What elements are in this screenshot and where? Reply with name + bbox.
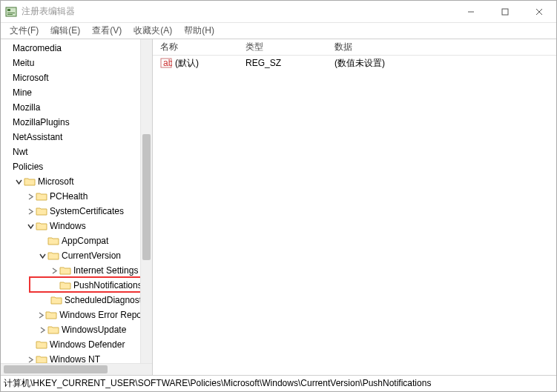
chevron-down-icon[interactable]: [14, 179, 23, 185]
value-name-cell: ab (默认): [153, 57, 238, 70]
menu-view[interactable]: 查看(V): [86, 23, 128, 39]
tree-item[interactable]: AppCompat: [1, 233, 152, 248]
tree-item[interactable]: Meitu: [1, 56, 152, 70]
tree-item-label: Nwt: [13, 147, 28, 157]
chevron-right-icon[interactable]: [50, 268, 59, 274]
registry-tree[interactable]: MacromediaMeituMicrosoftMineMozillaMozil…: [1, 39, 152, 363]
regedit-icon: [5, 6, 17, 18]
list-row[interactable]: ab (默认) REG_SZ (数值未设置): [153, 56, 556, 70]
string-value-icon: ab: [160, 57, 172, 69]
folder-icon: [59, 280, 71, 290]
tree-horizontal-scrollbar[interactable]: [1, 363, 152, 375]
tree-item-label: SystemCertificates: [50, 206, 124, 216]
svg-rect-5: [502, 9, 508, 15]
close-button[interactable]: [522, 1, 556, 22]
chevron-right-icon[interactable]: [38, 327, 47, 333]
folder-icon: [36, 221, 47, 231]
tree-item[interactable]: Macromedia: [1, 41, 152, 56]
tree-item[interactable]: Mine: [1, 85, 152, 100]
chevron-down-icon[interactable]: [26, 223, 35, 230]
tree-item[interactable]: PushNotifications: [1, 278, 152, 293]
chevron-right-icon[interactable]: [26, 208, 35, 215]
svg-rect-2: [7, 13, 15, 13]
tree-item-label: Meitu: [13, 58, 34, 68]
tree-item-label: Mozilla: [13, 102, 40, 113]
tree-item-label: WindowsUpdate: [62, 325, 126, 335]
folder-icon: [59, 265, 71, 276]
content-area: MacromediaMeituMicrosoftMineMozillaMozil…: [1, 39, 556, 375]
folder-icon: [36, 191, 47, 202]
menubar: 文件(F) 编辑(E) 查看(V) 收藏夹(A) 帮助(H): [1, 23, 556, 39]
tree-item[interactable]: WindowsUpdate: [1, 322, 152, 337]
tree-item[interactable]: Microsoft: [1, 174, 152, 189]
menu-favorites[interactable]: 收藏夹(A): [128, 23, 178, 39]
chevron-down-icon[interactable]: [38, 253, 47, 259]
chevron-right-icon[interactable]: [26, 193, 35, 200]
tree-item-label: Internet Settings: [73, 265, 138, 276]
tree-item-label: Macromedia: [13, 43, 62, 53]
tree-item-label: Policies: [13, 162, 43, 172]
tree-item[interactable]: CurrentVersion: [1, 248, 152, 263]
minimize-button[interactable]: [454, 1, 488, 22]
tree-item[interactable]: NetAssistant: [1, 130, 152, 144]
value-name-text: (默认): [175, 57, 199, 70]
folder-icon: [50, 295, 62, 305]
tree-item[interactable]: Windows NT: [1, 352, 152, 363]
list-pane: 名称 类型 数据 ab (默认) REG_SZ (数值未设置): [153, 39, 556, 375]
svg-rect-1: [7, 9, 10, 11]
folder-icon: [45, 310, 57, 320]
tree-item-label: Microsoft: [13, 73, 49, 83]
tree-item[interactable]: PCHealth: [1, 189, 152, 204]
tree-item-label: Windows Defender: [50, 339, 125, 350]
tree-vertical-scroll-thumb[interactable]: [142, 134, 151, 260]
column-header-name[interactable]: 名称: [153, 41, 238, 53]
svg-rect-3: [7, 14, 13, 15]
window-controls: [454, 1, 556, 22]
tree-pane: MacromediaMeituMicrosoftMineMozillaMozil…: [1, 39, 153, 375]
svg-rect-0: [6, 7, 16, 16]
window-title: 注册表编辑器: [22, 5, 454, 18]
menu-edit[interactable]: 编辑(E): [45, 23, 86, 39]
tree-item[interactable]: ScheduledDiagnostics: [1, 293, 152, 308]
tree-horizontal-scroll-thumb[interactable]: [4, 365, 108, 373]
folder-icon: [36, 339, 47, 350]
tree-item-label: NetAssistant: [13, 132, 62, 142]
tree-item[interactable]: Nwt: [1, 144, 152, 159]
column-header-type[interactable]: 类型: [238, 41, 327, 53]
tree-item-label: Windows NT: [50, 354, 100, 363]
folder-icon: [24, 176, 36, 187]
tree-vertical-scrollbar[interactable]: [140, 39, 152, 363]
tree-scroll-viewport: MacromediaMeituMicrosoftMineMozillaMozil…: [1, 39, 152, 363]
tree-item-label: CurrentVersion: [62, 250, 121, 261]
value-data-cell: (数值未设置): [327, 57, 556, 70]
tree-item-label: Windows: [50, 221, 86, 231]
chevron-right-icon[interactable]: [26, 356, 35, 363]
menu-file[interactable]: 文件(F): [4, 23, 45, 39]
value-type-cell: REG_SZ: [238, 58, 327, 68]
status-path: 计算机\HKEY_CURRENT_USER\SOFTWARE\Policies\…: [4, 377, 431, 390]
chevron-right-icon[interactable]: [38, 312, 45, 319]
tree-item[interactable]: Internet Settings: [1, 263, 152, 278]
tree-item[interactable]: Windows: [1, 219, 152, 233]
folder-icon: [47, 325, 59, 335]
titlebar: 注册表编辑器: [1, 1, 556, 23]
tree-item-label: Microsoft: [38, 176, 74, 187]
list-header: 名称 类型 数据: [153, 39, 556, 56]
menu-help[interactable]: 帮助(H): [178, 23, 220, 39]
maximize-button[interactable]: [488, 1, 522, 22]
tree-item[interactable]: Microsoft: [1, 70, 152, 85]
tree-item[interactable]: SystemCertificates: [1, 204, 152, 219]
tree-item[interactable]: Policies: [1, 159, 152, 174]
tree-item-label: MozillaPlugins: [13, 117, 70, 127]
svg-text:ab: ab: [163, 58, 172, 68]
column-header-data[interactable]: 数据: [327, 41, 556, 53]
tree-item-label: PCHealth: [50, 191, 88, 202]
tree-item-label: AppCompat: [62, 236, 108, 246]
tree-item-label: ScheduledDiagnostics: [65, 295, 152, 305]
tree-item[interactable]: Mozilla: [1, 100, 152, 115]
tree-item[interactable]: Windows Defender: [1, 337, 152, 352]
folder-icon: [47, 250, 59, 261]
folder-icon: [36, 354, 47, 363]
tree-item[interactable]: Windows Error Reporti: [1, 308, 152, 322]
tree-item[interactable]: MozillaPlugins: [1, 115, 152, 130]
